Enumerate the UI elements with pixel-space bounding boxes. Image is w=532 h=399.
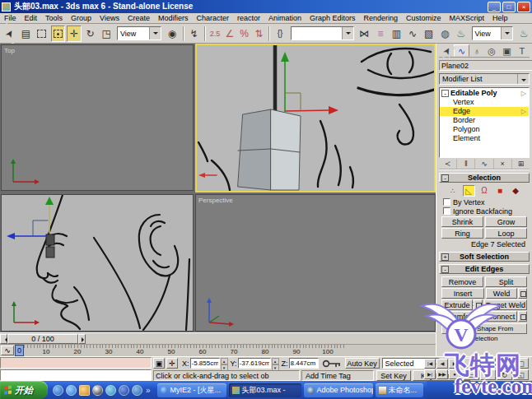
go-to-end-button[interactable]: ▶▶ xyxy=(436,369,448,379)
pan-icon[interactable]: ✛ xyxy=(480,369,496,380)
menu-tools[interactable]: Tools xyxy=(41,14,67,22)
tab-modify-icon[interactable]: ∿ xyxy=(454,44,469,57)
x-spinner[interactable]: ▴▾ xyxy=(221,358,228,369)
mirror-icon[interactable]: ⋈ xyxy=(357,26,372,42)
stack-row-edge[interactable]: Edge ▷ xyxy=(440,107,529,116)
chevron-down-icon[interactable] xyxy=(149,27,161,39)
weld-button[interactable]: Weld xyxy=(486,288,517,299)
layer-manager-icon[interactable]: ▥ xyxy=(390,26,404,42)
maxscript-listener-line[interactable] xyxy=(0,369,152,381)
object-name-field[interactable] xyxy=(439,60,532,71)
menu-edit[interactable]: Edit xyxy=(21,14,42,22)
quick-render-icon[interactable]: ♨ xyxy=(516,26,531,42)
tab-motion-icon[interactable]: ◎ xyxy=(484,44,499,57)
taskbar-button-3dsmax[interactable]: 头部03.max - xyxy=(229,383,301,397)
render-scene-icon[interactable]: ♨ xyxy=(454,26,469,42)
align-icon[interactable]: ≡ xyxy=(373,26,388,42)
tab-create-icon[interactable]: ➤ xyxy=(437,44,455,60)
element-subobject-icon[interactable]: ◆ xyxy=(510,185,522,197)
weld-settings-button[interactable] xyxy=(518,288,527,299)
tab-display-icon[interactable]: ▣ xyxy=(499,44,514,57)
close-button[interactable]: × xyxy=(517,2,530,12)
quick-launch-icon[interactable] xyxy=(132,385,142,396)
quick-launch-icon[interactable] xyxy=(79,385,90,396)
select-manipulate-icon[interactable]: ↯ xyxy=(187,26,202,42)
quick-launch-icon[interactable] xyxy=(119,385,129,396)
polygon-subobject-icon[interactable]: ■ xyxy=(494,185,506,197)
stack-row-element[interactable]: Element xyxy=(440,134,529,143)
stack-row-vertex[interactable]: Vertex xyxy=(440,98,529,107)
reference-coordinate-dropdown[interactable]: View xyxy=(117,26,161,40)
key-mode-toggle-button[interactable]: ● xyxy=(449,369,460,379)
loop-button[interactable]: Loop xyxy=(485,228,527,239)
chevron-down-icon[interactable] xyxy=(342,27,353,39)
zoom-all-icon[interactable]: ⊞ xyxy=(480,358,496,369)
time-slider-handle[interactable]: 0 / 100 xyxy=(7,334,78,344)
next-frame-arrow[interactable] xyxy=(78,334,86,344)
tab-hierarchy-icon[interactable]: ♁ xyxy=(469,44,484,57)
open-mini-curve-editor-button[interactable]: ∿ xyxy=(1,346,14,355)
play-button[interactable]: ▶ xyxy=(449,359,460,369)
modifier-list-dropdown[interactable]: Modifier List xyxy=(439,73,530,85)
curve-editor-icon[interactable]: ∿ xyxy=(405,26,420,42)
select-rotate-icon[interactable]: ↻ xyxy=(83,26,98,42)
show-end-result-icon[interactable]: ‖ xyxy=(457,159,475,169)
select-move-icon[interactable]: ✛ xyxy=(67,26,82,42)
menu-help[interactable]: Help xyxy=(488,14,512,22)
taskbar-button-untitled[interactable]: 未命名... xyxy=(376,383,423,397)
qq-icon[interactable] xyxy=(92,385,103,396)
y-coordinate-field[interactable] xyxy=(238,358,271,369)
chamfer-button[interactable]: Chamfer xyxy=(441,311,474,322)
y-spinner[interactable]: ▴▾ xyxy=(272,358,279,369)
menu-file[interactable]: File xyxy=(0,14,21,22)
previous-frame-arrow[interactable] xyxy=(0,334,7,344)
collapse-icon[interactable]: - xyxy=(441,266,449,273)
add-time-tag[interactable]: Add Time Tag xyxy=(301,370,374,381)
minimize-button[interactable]: _ xyxy=(488,2,501,12)
expand-icon[interactable]: + xyxy=(441,253,449,261)
menu-character[interactable]: Character xyxy=(192,14,233,22)
maxscript-macro-recorder-line[interactable] xyxy=(0,357,152,369)
named-selection-dropdown[interactable] xyxy=(291,26,354,40)
menu-customize[interactable]: Customize xyxy=(402,14,446,22)
quick-launch-icon[interactable] xyxy=(105,385,116,396)
vertex-subobject-icon[interactable]: ∴ xyxy=(447,185,460,197)
rollout-selection-header[interactable]: - Selection xyxy=(439,173,530,183)
maximize-button[interactable]: □ xyxy=(502,2,516,12)
shrink-button[interactable]: Shrink xyxy=(441,216,483,227)
previous-frame-button[interactable]: ◀ xyxy=(436,359,448,369)
extrude-settings-button[interactable] xyxy=(474,299,483,310)
stack-row-border[interactable]: Border xyxy=(440,116,529,125)
menu-create[interactable]: Create xyxy=(124,14,154,22)
menu-group[interactable]: Group xyxy=(67,14,96,22)
select-by-name-icon[interactable]: ▤ xyxy=(19,26,34,42)
selection-lock-icon[interactable]: ▣ xyxy=(153,358,165,369)
set-key-mode-icon[interactable] xyxy=(321,358,343,369)
insert-vertex-button[interactable]: Insert Vertex xyxy=(441,288,484,299)
go-to-start-button[interactable]: |◀ xyxy=(424,359,436,369)
taskbar-button-myie2[interactable]: MyIE2 - [火星... xyxy=(157,383,226,397)
viewport-perspective[interactable]: Perspective xyxy=(195,194,436,332)
render-type-dropdown[interactable]: View xyxy=(472,26,514,40)
target-weld-button[interactable]: Target Weld xyxy=(484,299,527,310)
percent-snap-icon[interactable]: % xyxy=(238,26,251,42)
material-editor-icon[interactable]: ◍ xyxy=(437,26,452,42)
make-unique-icon[interactable]: ∿ xyxy=(475,159,493,169)
viewport-perspective-label[interactable]: Perspective xyxy=(198,197,233,204)
tab-utilities-icon[interactable]: T xyxy=(515,44,530,57)
menu-views[interactable]: Views xyxy=(96,14,124,22)
menu-graph-editors[interactable]: Graph Editors xyxy=(306,14,360,22)
spinner-snap-icon[interactable]: ⇅ xyxy=(253,26,266,42)
ignore-backfacing-checkbox[interactable] xyxy=(443,207,450,215)
connect-settings-button[interactable] xyxy=(518,311,527,322)
menu-animation[interactable]: Animation xyxy=(264,14,306,22)
grow-button[interactable]: Grow xyxy=(485,216,527,227)
ring-button[interactable]: Ring xyxy=(441,228,483,239)
zoom-icon[interactable]: ⊕ xyxy=(464,358,479,369)
track-bar-ruler[interactable]: 0 10 20 30 40 50 60 70 80 90 100 xyxy=(15,345,344,357)
named-selection-sets-icon[interactable]: {} xyxy=(273,26,287,42)
window-crossing-icon[interactable] xyxy=(51,26,66,42)
chevron-down-icon[interactable] xyxy=(501,27,512,39)
stack-row-polygon[interactable]: Polygon xyxy=(440,125,529,134)
collapse-icon[interactable]: - xyxy=(441,174,449,182)
